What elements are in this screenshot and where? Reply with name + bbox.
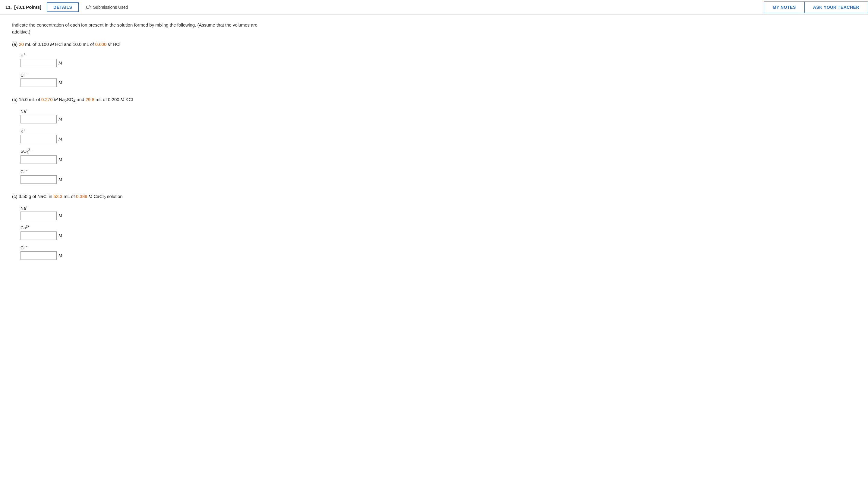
header-right-buttons: MY NOTES ASK YOUR TEACHER: [764, 1, 868, 13]
ion-label-ca2-plus: Ca2+: [21, 225, 259, 230]
na-plus-c-input[interactable]: [21, 211, 57, 220]
part-a-inputs: H+ M Cl − M: [12, 52, 259, 87]
part-c-inputs: Na+ M Ca2+ M Cl − M: [12, 205, 259, 260]
ion-label-na-plus-c: Na+: [21, 205, 259, 211]
ion-input-row-cl-minus-a: M: [21, 79, 259, 87]
ion-label-k-plus: K+: [21, 128, 259, 134]
ion-input-row-cl-minus-c: M: [21, 251, 259, 260]
ion-input-row-so4: M: [21, 155, 259, 164]
part-b-inputs: Na+ M K+ M SO42− M: [12, 108, 259, 183]
part-c-label: (c) 3.50 g of NaCl in 53.3 mL of 0.389 M…: [12, 193, 259, 201]
part-b: (b) 15.0 mL of 0.270 M Na2SO4 and 29.8 m…: [12, 96, 259, 183]
points-label: [-/0.1 Points]: [14, 4, 41, 10]
ion-label-na-plus: Na+: [21, 108, 259, 114]
so4-input[interactable]: [21, 155, 57, 164]
part-a-text-2: mL of 0.100 M HCl and 10.0 mL of: [24, 41, 95, 47]
cl-minus-a-unit: M: [59, 80, 62, 85]
part-b-text-2: M Na2SO4 and: [53, 97, 86, 102]
part-c-text-3: M CaCl2 solution: [87, 194, 123, 199]
header-bar: 11. [-/0.1 Points] DETAILS 0/4 Submissio…: [0, 0, 868, 15]
part-a: (a) 20 mL of 0.100 M HCl and 10.0 mL of …: [12, 41, 259, 87]
part-c: (c) 3.50 g of NaCl in 53.3 mL of 0.389 M…: [12, 193, 259, 260]
part-b-highlight-1: 0.270: [41, 97, 53, 102]
ion-input-row-cl-minus-b: M: [21, 175, 259, 184]
ion-input-row-na-plus: M: [21, 115, 259, 123]
h-plus-input[interactable]: [21, 59, 57, 67]
part-b-highlight-2: 29.8: [86, 97, 94, 102]
ion-input-row-h-plus: M: [21, 59, 259, 67]
na-plus-c-unit: M: [59, 213, 62, 218]
ion-label-so4: SO42−: [21, 148, 259, 154]
cl-minus-a-input[interactable]: [21, 79, 57, 87]
na-plus-input[interactable]: [21, 115, 57, 123]
ion-input-row-ca2-plus: M: [21, 231, 259, 240]
cl-minus-c-input[interactable]: [21, 251, 57, 260]
ion-label-cl-minus-c: Cl −: [21, 245, 259, 250]
ion-label-h-plus: H+: [21, 52, 259, 58]
cl-minus-b-input[interactable]: [21, 175, 57, 184]
ion-input-row-na-plus-c: M: [21, 211, 259, 220]
so4-unit: M: [59, 157, 62, 162]
ion-group-na-plus: Na+ M: [21, 108, 259, 123]
ion-label-cl-minus-b: Cl −: [21, 169, 259, 174]
ion-group-cl-minus-a: Cl − M: [21, 72, 259, 87]
ask-teacher-button[interactable]: ASK YOUR TEACHER: [805, 1, 868, 13]
ca2-plus-unit: M: [59, 233, 62, 238]
ion-input-row-k-plus: M: [21, 135, 259, 143]
cl-minus-b-unit: M: [59, 177, 62, 182]
part-b-label: (b) 15.0 mL of 0.270 M Na2SO4 and 29.8 m…: [12, 96, 259, 104]
part-b-text-3: mL of 0.200 M KCl: [94, 97, 133, 102]
h-plus-unit: M: [59, 61, 62, 65]
ion-group-k-plus: K+ M: [21, 128, 259, 143]
part-c-highlight-2: 0.389: [76, 194, 87, 199]
ion-group-na-plus-c: Na+ M: [21, 205, 259, 220]
part-a-label: (a) 20 mL of 0.100 M HCl and 10.0 mL of …: [12, 41, 259, 48]
ion-group-cl-minus-b: Cl − M: [21, 169, 259, 184]
ion-group-cl-minus-c: Cl − M: [21, 245, 259, 260]
k-plus-unit: M: [59, 137, 62, 142]
cl-minus-c-unit: M: [59, 253, 62, 258]
ion-group-ca2-plus: Ca2+ M: [21, 225, 259, 240]
main-content: Indicate the concentration of each ion p…: [0, 15, 271, 281]
part-a-highlight-1: 20: [19, 41, 24, 47]
my-notes-button[interactable]: MY NOTES: [764, 1, 805, 13]
part-c-text-1: (c) 3.50 g of NaCl in: [12, 194, 54, 199]
part-c-text-2: mL of: [62, 194, 76, 199]
part-c-highlight-1: 53.3: [54, 194, 62, 199]
k-plus-input[interactable]: [21, 135, 57, 143]
ion-group-so4: SO42− M: [21, 148, 259, 164]
part-b-text-1: (b) 15.0 mL of: [12, 97, 41, 102]
ca2-plus-input[interactable]: [21, 231, 57, 240]
ion-label-cl-minus-a: Cl −: [21, 72, 259, 78]
instructions-text: Indicate the concentration of each ion p…: [12, 22, 259, 35]
details-button[interactable]: DETAILS: [47, 2, 79, 12]
part-a-highlight-2: 0.600: [95, 41, 107, 47]
na-plus-unit: M: [59, 117, 62, 122]
submissions-label: 0/4 Submissions Used: [79, 5, 764, 10]
question-num-label: 11.: [5, 4, 12, 10]
question-number: 11. [-/0.1 Points]: [0, 4, 47, 10]
part-a-text-3: M HCl: [106, 41, 120, 47]
part-a-text-1: (a): [12, 41, 19, 47]
ion-group-h-plus: H+ M: [21, 52, 259, 67]
